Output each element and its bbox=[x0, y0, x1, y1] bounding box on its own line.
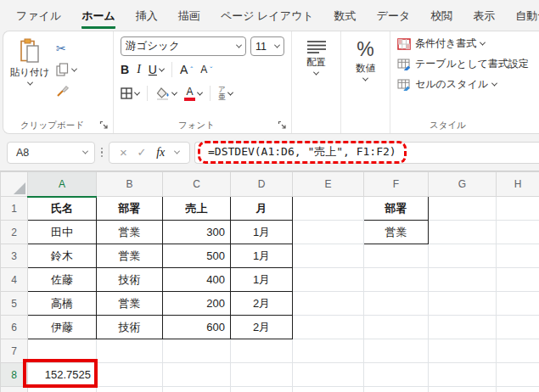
number-format-button[interactable]: % 数値 bbox=[341, 31, 390, 118]
cancel-icon[interactable]: × bbox=[120, 145, 127, 160]
tab-review[interactable]: 校閲 bbox=[421, 2, 462, 29]
cell-c5[interactable]: 200 bbox=[163, 292, 231, 316]
alignment-dropdown-chevron[interactable] bbox=[313, 70, 319, 76]
cell-f2[interactable]: 営業 bbox=[364, 221, 429, 244]
cut-button[interactable]: ✂ bbox=[56, 42, 76, 55]
row-header-6[interactable]: 6 bbox=[1, 316, 28, 339]
tab-data[interactable]: データ bbox=[368, 2, 420, 29]
cell-g7[interactable] bbox=[429, 339, 497, 363]
column-header-c[interactable]: C bbox=[163, 172, 231, 197]
cell-h6[interactable] bbox=[497, 316, 539, 339]
copy-button[interactable] bbox=[56, 63, 76, 76]
bold-button[interactable]: B bbox=[121, 63, 129, 76]
cell-d8[interactable] bbox=[231, 363, 293, 387]
cell-b8[interactable] bbox=[97, 363, 163, 387]
fill-color-button[interactable] bbox=[155, 87, 177, 100]
underline-button[interactable]: U bbox=[149, 63, 157, 76]
format-painter-button[interactable] bbox=[56, 84, 76, 98]
cell-g8[interactable] bbox=[429, 363, 497, 387]
cell-g1[interactable] bbox=[429, 197, 497, 221]
cell-e3[interactable] bbox=[293, 244, 364, 268]
tab-formulas[interactable]: 数式 bbox=[325, 2, 366, 29]
enter-icon[interactable]: ✓ bbox=[137, 146, 146, 159]
cell-g2[interactable] bbox=[429, 221, 497, 244]
conditional-formatting-button[interactable]: 条件付き書式 bbox=[397, 36, 539, 51]
fill-color-dropdown-chevron[interactable] bbox=[171, 89, 177, 95]
cell-a8-result[interactable]: 152.7525 bbox=[28, 363, 97, 387]
cell-e5[interactable] bbox=[293, 292, 364, 316]
cell-e1[interactable] bbox=[293, 197, 364, 221]
row-header-1[interactable]: 1 bbox=[1, 197, 28, 221]
cell-h4[interactable] bbox=[497, 268, 539, 292]
font-size-combobox[interactable]: 11 bbox=[250, 36, 284, 56]
cell-styles-chevron[interactable] bbox=[491, 81, 497, 87]
cell-f8[interactable] bbox=[364, 363, 429, 387]
cell-b7[interactable] bbox=[97, 339, 163, 363]
formula-bar-expand-chevron[interactable] bbox=[174, 148, 180, 154]
cell-g4[interactable] bbox=[429, 268, 497, 292]
cell-e4[interactable] bbox=[293, 268, 364, 292]
alignment-button[interactable]: 配置 bbox=[292, 31, 340, 118]
phonetic-dropdown-chevron[interactable] bbox=[227, 89, 233, 95]
tab-view[interactable]: 表示 bbox=[463, 2, 504, 29]
cell-a7[interactable] bbox=[28, 339, 97, 363]
cell-c8[interactable] bbox=[163, 363, 231, 387]
decrease-font-button[interactable]: Aˇ bbox=[200, 64, 212, 76]
cell-c2[interactable]: 300 bbox=[163, 221, 231, 244]
font-color-button[interactable]: A bbox=[184, 87, 202, 101]
row-header-7[interactable]: 7 bbox=[1, 339, 28, 363]
column-header-d[interactable]: D bbox=[231, 172, 293, 197]
cell-g5[interactable] bbox=[429, 292, 497, 316]
font-name-combobox[interactable]: 游ゴシック bbox=[121, 36, 246, 56]
cell-d7[interactable] bbox=[231, 339, 293, 363]
formula-input[interactable]: =DSTDEV(A1:D6, "売上", F1:F2) bbox=[194, 142, 539, 164]
cell-c6[interactable]: 600 bbox=[163, 316, 231, 339]
cell-d6[interactable]: 2月 bbox=[231, 316, 293, 339]
select-all-corner[interactable] bbox=[1, 172, 28, 197]
cell-h7[interactable] bbox=[497, 339, 539, 363]
cell-h3[interactable] bbox=[497, 244, 539, 268]
cell-d4[interactable]: 1月 bbox=[231, 268, 293, 292]
column-header-g[interactable]: G bbox=[429, 172, 497, 197]
formula-bar-drag-handle[interactable] bbox=[95, 148, 109, 158]
cell-a6[interactable]: 伊藤 bbox=[28, 316, 97, 339]
cell-b3[interactable]: 営業 bbox=[97, 244, 163, 268]
name-box-chevron[interactable] bbox=[82, 148, 88, 154]
cell-c4[interactable]: 400 bbox=[163, 268, 231, 292]
column-header-h[interactable]: H bbox=[497, 172, 539, 197]
cell-f5[interactable] bbox=[364, 292, 429, 316]
cell-g3[interactable] bbox=[429, 244, 497, 268]
column-header-a[interactable]: A bbox=[28, 172, 97, 197]
cell-d5[interactable]: 2月 bbox=[231, 292, 293, 316]
tab-home[interactable]: ホーム bbox=[72, 2, 125, 29]
cell-c7[interactable] bbox=[163, 339, 231, 363]
cell-d3[interactable]: 1月 bbox=[231, 244, 293, 268]
tab-insert[interactable]: 挿入 bbox=[126, 2, 167, 29]
row-header-4[interactable]: 4 bbox=[1, 268, 28, 292]
column-header-e[interactable]: E bbox=[293, 172, 364, 197]
row-header-5[interactable]: 5 bbox=[1, 292, 28, 316]
paste-button[interactable]: 貼り付け bbox=[3, 31, 56, 118]
paste-dropdown-chevron[interactable] bbox=[26, 80, 32, 86]
font-dialog-launcher-icon[interactable] bbox=[278, 120, 288, 131]
cell-d2[interactable]: 1月 bbox=[231, 221, 293, 244]
cell-a1[interactable]: 氏名 bbox=[28, 197, 97, 221]
copy-dropdown-chevron[interactable] bbox=[71, 65, 77, 71]
cell-e7[interactable] bbox=[293, 339, 364, 363]
cell-f4[interactable] bbox=[364, 268, 429, 292]
column-header-b[interactable]: B bbox=[97, 172, 163, 197]
cell-styles-button[interactable]: セルのスタイル bbox=[397, 77, 539, 92]
phonetic-guide-button[interactable]: ア 亜 bbox=[218, 86, 233, 101]
cell-f6[interactable] bbox=[364, 316, 429, 339]
cell-b2[interactable]: 営業 bbox=[97, 221, 163, 244]
cell-e8[interactable] bbox=[293, 363, 364, 387]
underline-dropdown-chevron[interactable] bbox=[159, 65, 165, 71]
increase-font-button[interactable]: Aˆ bbox=[180, 63, 193, 76]
cell-c1[interactable]: 売上 bbox=[163, 197, 231, 221]
cell-a2[interactable]: 田中 bbox=[28, 221, 97, 244]
cell-a4[interactable]: 佐藤 bbox=[28, 268, 97, 292]
font-color-dropdown-chevron[interactable] bbox=[197, 89, 203, 95]
row-header-8[interactable]: 8 bbox=[1, 363, 28, 387]
row-header-2[interactable]: 2 bbox=[1, 221, 28, 244]
borders-dropdown-chevron[interactable] bbox=[134, 89, 140, 95]
